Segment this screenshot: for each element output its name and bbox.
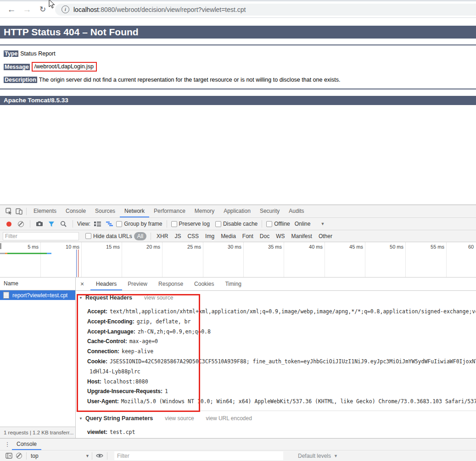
divider (167, 220, 167, 228)
drawer-menu-icon[interactable]: ⋮ (3, 441, 12, 448)
capture-screenshots-icon[interactable] (34, 219, 45, 229)
tab-console[interactable]: Console (61, 205, 90, 217)
type-value: Status Report (20, 50, 55, 57)
tomcat-error-page: HTTP Status 404 – Not Found Type Status … (0, 18, 476, 205)
divider (107, 452, 107, 460)
search-icon[interactable] (58, 219, 68, 229)
header-row-connection: Connection:keep-alive (76, 347, 476, 357)
back-button[interactable]: ← (6, 4, 17, 16)
console-sidebar-toggle-icon[interactable] (4, 451, 14, 461)
network-filter-bar: Hide data URLs All XHR JS CSS Img Media … (0, 230, 476, 242)
param-name: viewlet: (87, 429, 107, 435)
filter-chip-other[interactable]: Other (315, 232, 336, 240)
record-button[interactable] (4, 219, 14, 229)
offline-checkbox[interactable]: Offline (266, 221, 290, 227)
device-toolbar-icon[interactable] (14, 206, 24, 217)
filter-chip-img[interactable]: Img (202, 232, 218, 240)
tick-5ms: 5 ms (0, 244, 39, 250)
console-levels-select[interactable]: Default levels ▼ (298, 453, 338, 459)
message-value-annotation: /webroot/LdapLogin.jsp (32, 62, 97, 72)
levels-value: Default levels (298, 453, 331, 459)
filter-chip-manifest[interactable]: Manifest (288, 232, 315, 240)
name-column-header[interactable]: Name (0, 278, 75, 290)
show-overview-icon[interactable] (104, 219, 114, 229)
header-row-upgrade-insecure-requests: Upgrade-Insecure-Requests:1 (76, 387, 476, 397)
forward-button[interactable]: → (21, 4, 33, 16)
url-host: localhost (73, 6, 99, 13)
close-icon[interactable]: × (78, 280, 87, 288)
page-info-icon[interactable]: i (62, 6, 69, 13)
details-tab-timing[interactable]: Timing (219, 278, 247, 290)
query-string-title: Query String Parameters (85, 415, 153, 422)
clear-button[interactable] (16, 219, 26, 229)
tab-memory[interactable]: Memory (190, 205, 219, 217)
message-label: Message (4, 64, 30, 70)
filter-chip-js[interactable]: JS (171, 232, 184, 240)
tab-network[interactable]: Network (120, 205, 149, 217)
console-filter-input[interactable] (114, 451, 283, 460)
view-source-link[interactable]: view source (165, 415, 194, 422)
filter-chip-ws[interactable]: WS (273, 232, 288, 240)
network-filter-input[interactable] (3, 232, 79, 240)
details-tab-preview[interactable]: Preview (122, 278, 153, 290)
throttling-select[interactable]: Online (295, 221, 311, 227)
view-url-encoded-link[interactable]: view URL encoded (206, 415, 252, 422)
view-label: View: (77, 221, 90, 227)
drawer-tab-console[interactable]: Console (12, 439, 41, 450)
hide-data-urls-checkbox[interactable]: Hide data URLs (85, 233, 132, 239)
console-clear-icon[interactable] (14, 451, 24, 461)
filter-chip-media[interactable]: Media (218, 232, 239, 240)
description-value: The origin server did not find a current… (39, 77, 341, 83)
disable-cache-checkbox[interactable]: Disable cache (215, 221, 258, 227)
divider (151, 233, 151, 240)
filter-chip-all[interactable]: All (134, 232, 146, 240)
filter-chip-css[interactable]: CSS (184, 232, 202, 240)
details-tab-headers[interactable]: Headers (90, 278, 122, 290)
tab-elements[interactable]: Elements (29, 205, 61, 217)
header-name: Accept-Language: (87, 328, 135, 335)
query-string-section-title[interactable]: ▼ Query String Parameters view source vi… (79, 415, 476, 425)
request-name: report?viewlet=test.cpt (12, 292, 67, 299)
live-expression-eye-icon[interactable] (95, 451, 105, 461)
page-title: HTTP Status 404 – Not Found (0, 26, 476, 39)
tick-35ms: 35 ms (242, 244, 282, 250)
inspect-element-icon[interactable] (4, 206, 14, 217)
tab-security[interactable]: Security (255, 205, 284, 217)
details-tab-response[interactable]: Response (153, 278, 189, 290)
tab-sources[interactable]: Sources (90, 205, 120, 217)
tab-audits[interactable]: Audits (284, 205, 308, 217)
group-by-frame-checkbox[interactable]: Group by frame (116, 221, 162, 227)
large-rows-icon[interactable] (92, 219, 102, 229)
url-text[interactable]: localhost:8080/webroot/decision/view/rep… (73, 6, 246, 13)
divider (26, 452, 27, 460)
tab-application[interactable]: Application (219, 205, 255, 217)
waterfall-download-segment (7, 253, 47, 254)
filter-funnel-icon[interactable] (46, 219, 56, 229)
preserve-log-label: Preserve log (179, 221, 210, 227)
header-value: gzip, deflate, br (137, 318, 191, 325)
tab-performance[interactable]: Performance (149, 205, 190, 217)
header-value: JSESSIONID=42C50285867A29D50C3CF5510A939… (110, 358, 476, 365)
filter-chip-doc[interactable]: Doc (257, 232, 273, 240)
header-row-accept-encoding: Accept-Encoding:gzip, deflate, br (76, 317, 476, 327)
filter-chip-xhr[interactable]: XHR (153, 232, 171, 240)
address-bar[interactable]: i localhost:8080/webroot/decision/view/r… (55, 4, 476, 16)
request-row-selected[interactable]: report?viewlet=test.cpt (0, 290, 75, 300)
view-source-link[interactable]: view source (144, 294, 173, 301)
filter-chip-font[interactable]: Font (239, 232, 257, 240)
request-headers-section-title[interactable]: ▼ Request Headers view source (79, 294, 476, 305)
browser-toolbar: ← → ↻ i localhost:8080/webroot/decision/… (0, 1, 476, 18)
header-value: 1dHlJ4-Lyb88plrc (90, 368, 140, 375)
preserve-log-checkbox[interactable]: Preserve log (171, 221, 210, 227)
console-context-select[interactable]: top ▼ (31, 453, 90, 459)
tick-40ms: 40 ms (283, 244, 323, 250)
chevron-down-icon[interactable]: ▼ (320, 222, 325, 226)
header-row-user-agent: User-Agent:Mozilla/5.0 (Windows NT 10.0;… (76, 397, 476, 407)
throttling-value: Online (295, 221, 311, 227)
details-tab-cookies[interactable]: Cookies (189, 278, 219, 290)
description-row: Description The origin server did not fi… (4, 77, 476, 83)
mouse-cursor (47, 0, 55, 9)
network-overview-timeline[interactable]: 5 ms 10 ms 15 ms 20 ms 25 ms 30 ms 35 ms… (0, 242, 476, 278)
hide-data-urls-label: Hide data URLs (93, 233, 132, 239)
header-value: 1 (165, 388, 168, 394)
